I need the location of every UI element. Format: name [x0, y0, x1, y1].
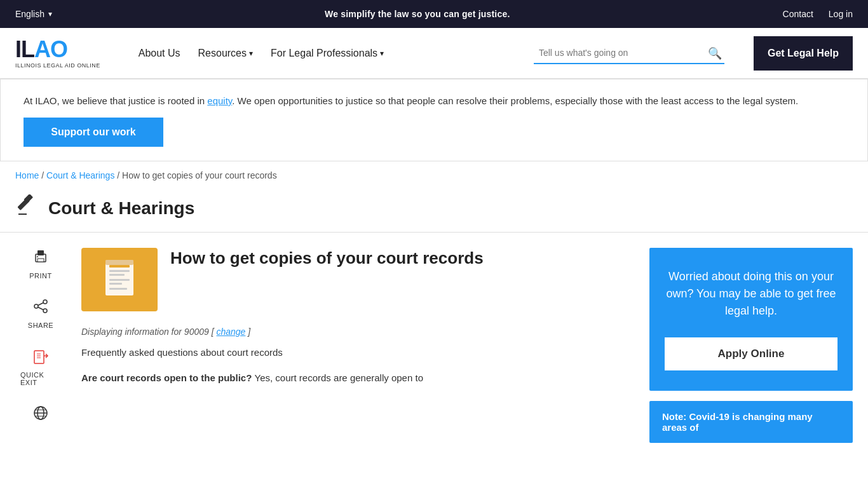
get-legal-help-button[interactable]: Get Legal Help: [754, 36, 853, 71]
svg-rect-24: [109, 270, 130, 272]
nav-about-us[interactable]: About Us: [132, 43, 187, 64]
language-selector[interactable]: English ▾: [15, 9, 52, 19]
covid-note: Note: Covid-19 is changing many areas of: [649, 401, 853, 443]
svg-point-6: [37, 256, 38, 257]
resources-chevron-icon: ▾: [249, 49, 253, 58]
faq-intro: Frequently asked questions about court r…: [81, 347, 634, 358]
nav-bar: ILAO ILLINOIS LEGAL AID ONLINE About Us …: [0, 28, 868, 79]
svg-rect-12: [34, 351, 44, 363]
search-input[interactable]: [534, 43, 724, 64]
nav-for-legal-professionals[interactable]: For Legal Professionals ▾: [264, 43, 390, 64]
nav-links: About Us Resources ▾ For Legal Professio…: [132, 43, 515, 64]
help-card: Worried about doing this on your own? Yo…: [649, 248, 853, 391]
breadcrumb: Home / Court & Hearings / How to get cop…: [0, 161, 868, 189]
svg-rect-23: [109, 265, 130, 268]
support-work-button[interactable]: Support our work: [24, 118, 163, 147]
change-location-link[interactable]: change: [216, 327, 245, 337]
quick-exit-icon: [32, 347, 50, 369]
page-title: Court & Hearings: [48, 198, 194, 219]
quick-exit-label: QUICK EXIT: [20, 371, 61, 386]
svg-point-8: [34, 304, 38, 308]
svg-rect-5: [37, 259, 44, 262]
article-thumbnail: [81, 248, 158, 311]
page-title-area: Court & Hearings: [0, 189, 868, 233]
main-content: PRINT SHARE: [0, 233, 868, 458]
language-chevron-icon: ▾: [48, 10, 52, 18]
language-label: English: [15, 9, 44, 19]
svg-line-11: [38, 308, 43, 310]
svg-rect-26: [109, 279, 130, 281]
gavel-icon: [15, 194, 38, 222]
svg-rect-29: [105, 260, 133, 265]
right-sidebar: Worried about doing this on your own? Yo…: [649, 233, 853, 458]
breadcrumb-home[interactable]: Home: [15, 170, 39, 180]
top-bar: English ▾ We simplify the law so you can…: [0, 0, 868, 28]
svg-rect-27: [109, 283, 122, 285]
print-icon: [32, 248, 50, 269]
logo-subtitle: ILLINOIS LEGAL AID ONLINE: [15, 62, 100, 69]
nav-resources[interactable]: Resources ▾: [192, 43, 259, 64]
help-card-text: Worried about doing this on your own? Yo…: [665, 268, 837, 320]
login-link[interactable]: Log in: [829, 9, 853, 19]
breadcrumb-court-hearings[interactable]: Court & Hearings: [46, 170, 114, 180]
svg-rect-25: [109, 274, 125, 276]
share-label: SHARE: [28, 322, 53, 329]
logo-text: ILAO: [15, 38, 100, 61]
article-header: How to get copies of your court records: [81, 248, 634, 311]
contact-link[interactable]: Contact: [783, 9, 813, 19]
article-area: How to get copies of your court records …: [81, 233, 634, 458]
print-label: PRINT: [29, 272, 52, 280]
tagline: We simplify the law so you can get justi…: [325, 9, 510, 19]
top-nav-links: Contact Log in: [783, 9, 853, 19]
translate-action[interactable]: [32, 404, 50, 426]
apply-online-button[interactable]: Apply Online: [665, 337, 837, 370]
article-title: How to get copies of your court records: [170, 248, 484, 269]
banner-text: At ILAO, we believe that justice is root…: [24, 93, 844, 109]
translate-icon: [32, 404, 50, 426]
quick-exit-action[interactable]: QUICK EXIT: [20, 347, 61, 386]
print-action[interactable]: PRINT: [29, 248, 52, 280]
legal-professionals-chevron-icon: ▾: [380, 49, 384, 58]
left-sidebar: PRINT SHARE: [15, 233, 66, 458]
logo[interactable]: ILAO ILLINOIS LEGAL AID ONLINE: [15, 38, 100, 69]
share-action[interactable]: SHARE: [28, 297, 53, 329]
breadcrumb-current: How to get copies of your court records: [122, 170, 277, 180]
svg-line-10: [38, 303, 43, 306]
answer-1: Are court records open to the public? Ye…: [81, 370, 634, 386]
svg-rect-4: [37, 250, 44, 255]
search-area: 🔍: [534, 43, 724, 64]
location-info: Displaying information for 90009 [ chang…: [81, 327, 634, 337]
svg-point-9: [43, 309, 47, 313]
svg-point-7: [43, 300, 47, 304]
banner: At ILAO, we believe that justice is root…: [0, 79, 868, 161]
share-icon: [32, 297, 50, 319]
search-button[interactable]: 🔍: [708, 46, 722, 60]
equity-link[interactable]: equity: [207, 95, 232, 106]
svg-rect-28: [109, 288, 127, 290]
